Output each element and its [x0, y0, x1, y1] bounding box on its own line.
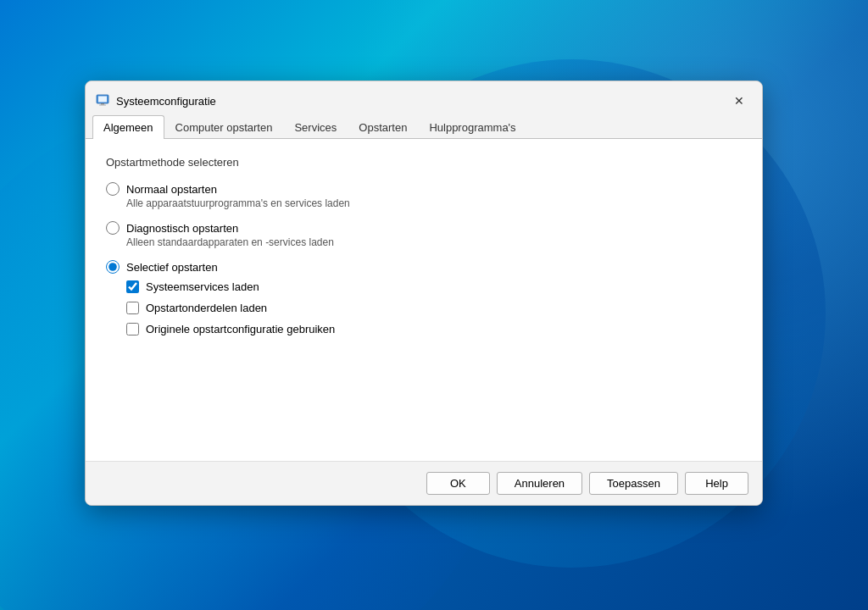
radio-normaal-label[interactable]: Normaal opstarten: [126, 183, 217, 196]
checkbox-row-opstartonderdelen: Opstartonderdelen laden: [126, 302, 742, 314]
option-normaal: Normaal opstarten Alle apparaatstuurprog…: [106, 182, 742, 209]
svg-rect-3: [101, 103, 104, 105]
radio-selectief-label[interactable]: Selectief opstarten: [126, 261, 218, 274]
tab-computer-opstarten[interactable]: Computer opstarten: [164, 115, 284, 139]
svg-rect-4: [99, 105, 106, 106]
radio-diagnostisch-label[interactable]: Diagnostisch opstarten: [126, 222, 238, 235]
radio-diagnostisch-desc: Alleen standaardapparaten en -services l…: [126, 236, 742, 248]
title-bar: Systeemconfiguratie ✕: [86, 81, 762, 114]
close-button[interactable]: ✕: [726, 92, 752, 110]
ok-button[interactable]: OK: [426, 472, 490, 495]
svg-rect-2: [98, 97, 107, 103]
checkbox-row-originele: Originele opstartconfiguratie gebruiken: [126, 323, 742, 336]
option-selectief: Selectief opstarten Systeemservices lade…: [106, 260, 742, 336]
radio-selectief[interactable]: [106, 260, 120, 274]
tab-algemeen[interactable]: Algemeen: [92, 115, 164, 139]
startup-options: Normaal opstarten Alle apparaatstuurprog…: [106, 182, 742, 336]
dialog-icon: [96, 94, 109, 108]
dialog-footer: OK Annuleren Toepassen Help: [86, 461, 762, 505]
selectief-checkboxes: Systeemservices laden Opstartonderdelen …: [126, 280, 742, 336]
help-button[interactable]: Help: [685, 472, 748, 495]
checkbox-systeemservices[interactable]: [126, 280, 139, 293]
tab-services[interactable]: Services: [283, 115, 348, 139]
checkbox-opstartonderdelen-label[interactable]: Opstartonderdelen laden: [146, 302, 267, 314]
checkbox-originele[interactable]: [126, 323, 139, 336]
checkbox-row-systeemservices: Systeemservices laden: [126, 280, 742, 293]
cancel-button[interactable]: Annuleren: [497, 472, 582, 495]
checkbox-systeemservices-label[interactable]: Systeemservices laden: [146, 280, 259, 293]
option-diagnostisch: Diagnostisch opstarten Alleen standaarda…: [106, 221, 742, 248]
dialog-content: Opstartmethode selecteren Normaal opstar…: [86, 139, 762, 461]
checkbox-originele-label[interactable]: Originele opstartconfiguratie gebruiken: [146, 323, 335, 336]
radio-normaal[interactable]: [106, 182, 120, 196]
dialog-title: Systeemconfiguratie: [116, 95, 726, 108]
tab-opstarten[interactable]: Opstarten: [348, 115, 418, 139]
tab-bar: Algemeen Computer opstarten Services Ops…: [86, 115, 762, 139]
tab-hulpprogrammas[interactable]: Hulpprogramma's: [418, 115, 526, 139]
apply-button[interactable]: Toepassen: [589, 472, 678, 495]
radio-diagnostisch[interactable]: [106, 221, 120, 235]
checkbox-opstartonderdelen[interactable]: [126, 302, 139, 314]
system-config-dialog: Systeemconfiguratie ✕ Algemeen Computer …: [85, 80, 763, 506]
section-title: Opstartmethode selecteren: [106, 156, 742, 169]
radio-normaal-desc: Alle apparaatstuurprogramma's en service…: [126, 197, 742, 209]
